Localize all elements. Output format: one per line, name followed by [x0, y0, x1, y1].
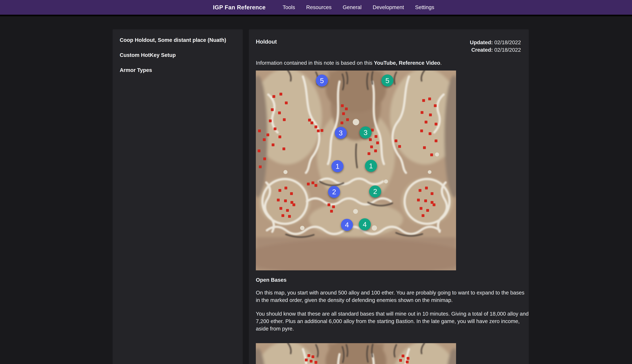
- note-updated: Updated: 02/18/2022: [470, 39, 521, 46]
- map-marker-blue-4: 4: [341, 219, 353, 231]
- map-marker-green-4: 4: [359, 218, 371, 230]
- nav-link-resources[interactable]: Resources: [306, 4, 332, 10]
- paragraph-line: in the marked order, given the density o…: [256, 296, 521, 304]
- map-marker-green-1: 1: [365, 160, 377, 172]
- reference-video-link[interactable]: YouTube, Reference Video: [374, 60, 440, 66]
- minimap-annotated: 5533112244: [256, 70, 456, 270]
- sidebar-item[interactable]: Armor Types: [120, 68, 236, 73]
- map-marker-green-5: 5: [381, 74, 393, 86]
- minimap-terrain: [256, 343, 456, 364]
- note-created: Created: 02/18/2022: [470, 46, 521, 54]
- nav-link-development[interactable]: Development: [373, 4, 404, 10]
- map-marker-blue-3: 3: [335, 127, 347, 139]
- open-bases-paragraph-2: You should know that these are all stand…: [256, 310, 521, 332]
- nav-link-tools[interactable]: Tools: [283, 4, 295, 10]
- paragraph-line: aside from pyre.: [256, 325, 521, 332]
- note-header: Holdout Updated: 02/18/2022 Created: 02/…: [256, 39, 521, 54]
- nav-links: ToolsResourcesGeneralDevelopmentSettings: [283, 4, 434, 10]
- sidebar-item[interactable]: Coop Holdout, Some distant place (Nuath): [120, 38, 236, 43]
- paragraph-line: You should know that these are all stand…: [256, 310, 521, 318]
- map-marker-green-3: 3: [360, 126, 372, 138]
- sidebar: Coop Holdout, Some distant place (Nuath)…: [112, 29, 243, 364]
- nav-link-general[interactable]: General: [343, 4, 362, 10]
- note-meta: Updated: 02/18/2022 Created: 02/18/2022: [470, 39, 521, 54]
- map-marker-green-2: 2: [369, 186, 381, 198]
- minimap-terrain: [256, 70, 456, 270]
- paragraph-line: 7,200 ether. Plus an additional 6,000 al…: [256, 318, 521, 325]
- open-bases-heading: Open Bases: [256, 277, 521, 283]
- sidebar-item[interactable]: Custom HotKey Setup: [120, 52, 236, 58]
- note-panel: Holdout Updated: 02/18/2022 Created: 02/…: [249, 29, 529, 364]
- open-bases-paragraph-1: On this map, you start with around 500 a…: [256, 289, 521, 304]
- intro-text: Information contained in this note is ba…: [256, 59, 521, 66]
- note-title: Holdout: [256, 39, 277, 45]
- nav-link-settings[interactable]: Settings: [415, 4, 434, 10]
- top-navbar: IGP Fan Reference ToolsResourcesGeneralD…: [0, 0, 632, 16]
- app-title: IGP Fan Reference: [213, 4, 266, 11]
- map-marker-blue-5: 5: [316, 74, 328, 86]
- map-marker-blue-1: 1: [332, 160, 344, 172]
- paragraph-line: On this map, you start with around 500 a…: [256, 289, 521, 296]
- minimap-plain: [256, 343, 456, 364]
- map-marker-blue-2: 2: [328, 186, 340, 198]
